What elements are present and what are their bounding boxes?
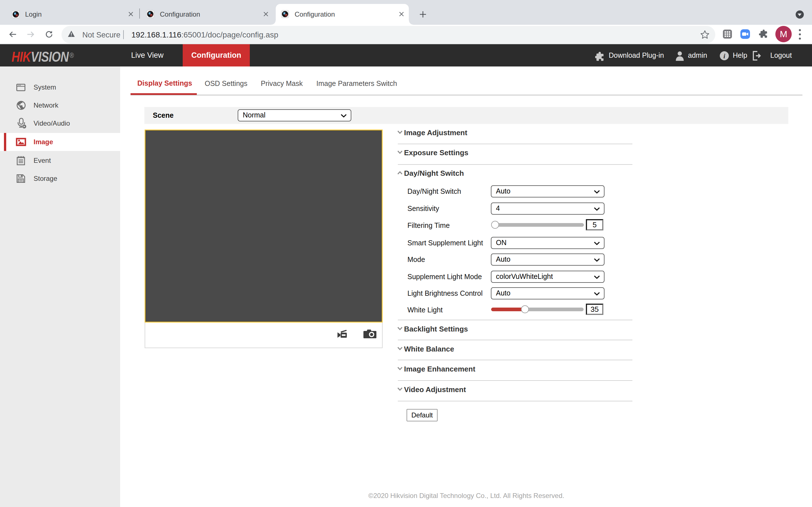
svg-text:i: i bbox=[723, 52, 725, 60]
